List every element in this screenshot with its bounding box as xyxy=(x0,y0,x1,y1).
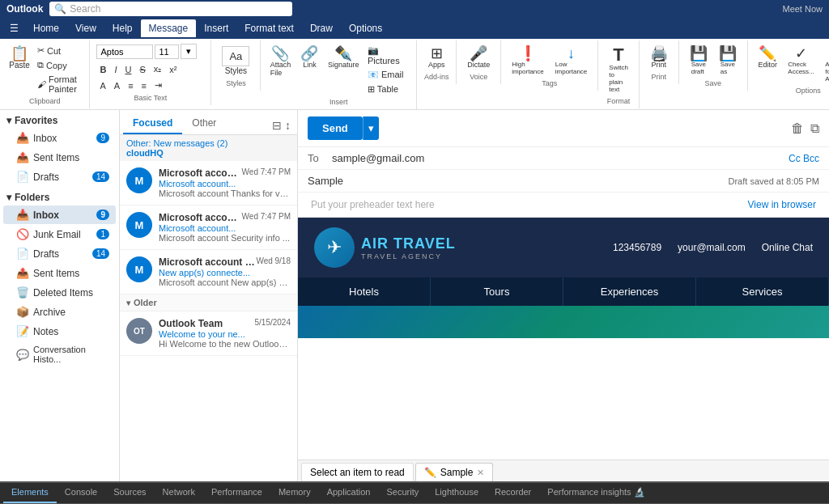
strikethrough-btn[interactable]: S xyxy=(136,62,148,76)
email-item-2[interactable]: M Microsoft account team Wed 9/18 New ap… xyxy=(120,250,297,294)
low-importance-btn[interactable]: ↓ Lowimportance xyxy=(551,44,592,78)
devtools-tab-perf-insights[interactable]: Performance insights 🔬 xyxy=(539,483,653,503)
devtools-tab-elements[interactable]: Elements xyxy=(3,483,57,503)
superscript-btn[interactable]: x² xyxy=(166,62,180,76)
highlight-btn[interactable]: A xyxy=(96,78,108,92)
other-messages-header[interactable]: Other: New messages (2) cloudHQ xyxy=(120,135,297,161)
tab-select-item[interactable]: Select an item to read xyxy=(301,463,414,481)
hamburger-icon[interactable]: ☰ xyxy=(3,19,25,37)
check-accessibility-btn[interactable]: ✓ CheckAccess... xyxy=(784,44,818,78)
devtools-tab-security[interactable]: Security xyxy=(378,483,427,503)
sidebar-item-sent[interactable]: 📤 Sent Items xyxy=(3,148,116,167)
print-btn[interactable]: 🖨️ Print xyxy=(646,44,672,71)
align-left-btn[interactable]: ≡ xyxy=(125,78,136,92)
menu-options[interactable]: Options xyxy=(341,19,390,37)
menu-draw[interactable]: Draw xyxy=(302,19,341,37)
devtools-tab-memory[interactable]: Memory xyxy=(270,483,319,503)
ribbon-paste-btn[interactable]: 📋 Paste xyxy=(6,44,32,72)
link-btn[interactable]: 🔗 Link xyxy=(296,44,322,71)
sidebar-item-folder-sent[interactable]: 📤 Sent Items xyxy=(3,264,116,282)
editor-btn[interactable]: ✏️ Editor xyxy=(755,44,781,71)
sidebar-item-conv-history[interactable]: 💬 Conversation Histo... xyxy=(3,341,116,367)
older-section-label[interactable]: ▾ Older xyxy=(120,294,297,311)
auto-format-btn[interactable]: A Auto formatAccessib... xyxy=(821,44,829,85)
email-content-1: Microsoft account team Wed 7:47 PM Micro… xyxy=(159,212,291,243)
sidebar-item-archive[interactable]: 📦 Archive xyxy=(3,303,116,321)
subject-text[interactable]: Sample xyxy=(308,175,343,187)
nav-tours[interactable]: Tours xyxy=(431,277,563,306)
send-button[interactable]: Send xyxy=(308,116,363,140)
save-as-btn[interactable]: 💾 Saveas xyxy=(715,44,741,78)
sidebar-item-deleted[interactable]: 🗑️ Deleted Items xyxy=(3,283,116,302)
menu-format-text[interactable]: Format text xyxy=(236,19,302,37)
preheader-text[interactable]: Put your preheader text here xyxy=(311,199,435,210)
filter-btn[interactable]: ⊟ xyxy=(272,119,282,132)
devtools-tab-sources[interactable]: Sources xyxy=(105,483,154,503)
font-size-dropdown[interactable]: ▾ xyxy=(181,44,197,59)
folders-header[interactable]: ▾ Folders xyxy=(0,187,119,205)
nav-hotels[interactable]: Hotels xyxy=(298,277,431,306)
email-item-0[interactable]: M Microsoft account team Wed 7:47 PM Mic… xyxy=(120,161,297,205)
devtools-tab-lighthouse[interactable]: Lighthouse xyxy=(427,483,487,503)
tab-close-icon[interactable]: ✕ xyxy=(477,468,484,478)
menu-insert[interactable]: Insert xyxy=(196,19,236,37)
devtools-tab-recorder[interactable]: Recorder xyxy=(487,483,539,503)
sidebar-item-favorites-inbox[interactable]: 📥 Inbox 9 xyxy=(3,129,116,147)
menu-view[interactable]: View xyxy=(67,19,104,37)
save-draft-btn[interactable]: 💾 Savedraft xyxy=(686,44,712,78)
ribbon-cut-btn[interactable]: ✂Cut xyxy=(34,44,83,57)
underline-btn[interactable]: U xyxy=(121,62,134,76)
tab-other[interactable]: Other xyxy=(182,113,226,134)
ribbon-copy-btn[interactable]: ⧉Copy xyxy=(34,58,83,72)
attach-file-btn[interactable]: 📎 AttachFile xyxy=(267,44,293,79)
tab-sample[interactable]: ✏️ Sample ✕ xyxy=(415,463,494,481)
notes-icon: 📝 xyxy=(16,325,29,337)
search-bar[interactable]: 🔍 Search xyxy=(49,2,292,16)
sidebar-item-inbox[interactable]: 📥 Inbox 9 xyxy=(3,205,116,224)
bold-btn[interactable]: B xyxy=(96,62,109,76)
bcc-link[interactable]: Bcc xyxy=(803,153,819,164)
email-item-older-0[interactable]: OT Outlook Team 5/15/2024 Welcome to you… xyxy=(120,311,297,356)
menu-home[interactable]: Home xyxy=(25,19,67,37)
send-dropdown-btn[interactable]: ▾ xyxy=(363,116,379,140)
styles-btn[interactable]: Aa Styles xyxy=(218,44,253,78)
view-browser-link[interactable]: View in browser xyxy=(748,199,816,210)
font-family-input[interactable]: Aptos xyxy=(96,44,153,59)
table-btn[interactable]: ⊞ Table xyxy=(364,83,410,96)
indent-btn[interactable]: ⇥ xyxy=(151,78,165,92)
nav-services[interactable]: Services xyxy=(696,277,829,306)
trash-icon[interactable]: 🗑 xyxy=(791,121,804,136)
font-color-btn[interactable]: A xyxy=(111,78,123,92)
plain-text-btn[interactable]: T Switch to plaintext xyxy=(605,44,632,95)
sidebar-item-folder-drafts[interactable]: 📄 Drafts 14 xyxy=(3,244,116,263)
devtools-tab-console[interactable]: Console xyxy=(57,483,105,503)
align-center-btn[interactable]: ≡ xyxy=(138,78,150,92)
favorites-header[interactable]: ▾ Favorites xyxy=(0,110,119,128)
email-item-1[interactable]: M Microsoft account team Wed 7:47 PM Mic… xyxy=(120,205,297,250)
sidebar-item-favorites-drafts[interactable]: 📄 Drafts 14 xyxy=(3,167,116,186)
devtools-tab-application[interactable]: Application xyxy=(319,483,379,503)
high-importance-btn[interactable]: ❗ Highimportance xyxy=(508,44,548,78)
sidebar-item-junk[interactable]: 🚫 Junk Email 1 xyxy=(3,225,116,244)
subscript-btn[interactable]: x₂ xyxy=(151,62,165,76)
menu-help[interactable]: Help xyxy=(104,19,141,37)
cc-link[interactable]: Cc xyxy=(789,153,801,164)
tab-focused[interactable]: Focused xyxy=(123,113,182,134)
apps-btn[interactable]: ⊞ Apps xyxy=(423,44,449,71)
email-btn[interactable]: 📧 Email xyxy=(364,68,410,82)
menu-message[interactable]: Message xyxy=(141,19,197,37)
italic-btn[interactable]: I xyxy=(111,62,120,76)
font-size-input[interactable]: 11 xyxy=(155,44,179,59)
signature-btn[interactable]: ✒️ Signature xyxy=(325,44,360,71)
devtools-tab-network[interactable]: Network xyxy=(155,483,203,503)
sidebar-item-notes[interactable]: 📝 Notes xyxy=(3,322,116,341)
ribbon-format-painter-btn[interactable]: 🖌Format Painter xyxy=(34,73,83,95)
pictures-btn[interactable]: 📷 Pictures xyxy=(364,44,410,67)
popout-icon[interactable]: ⧉ xyxy=(810,121,819,136)
dictate-btn[interactable]: 🎤 Dictate xyxy=(463,44,494,71)
to-field[interactable]: sample@gmail.com xyxy=(332,152,789,164)
meet-now-label[interactable]: Meet Now xyxy=(782,4,823,14)
devtools-tab-performance[interactable]: Performance xyxy=(203,483,270,503)
sort-btn[interactable]: ↕ xyxy=(285,119,291,132)
nav-experiences[interactable]: Experiences xyxy=(563,277,696,306)
